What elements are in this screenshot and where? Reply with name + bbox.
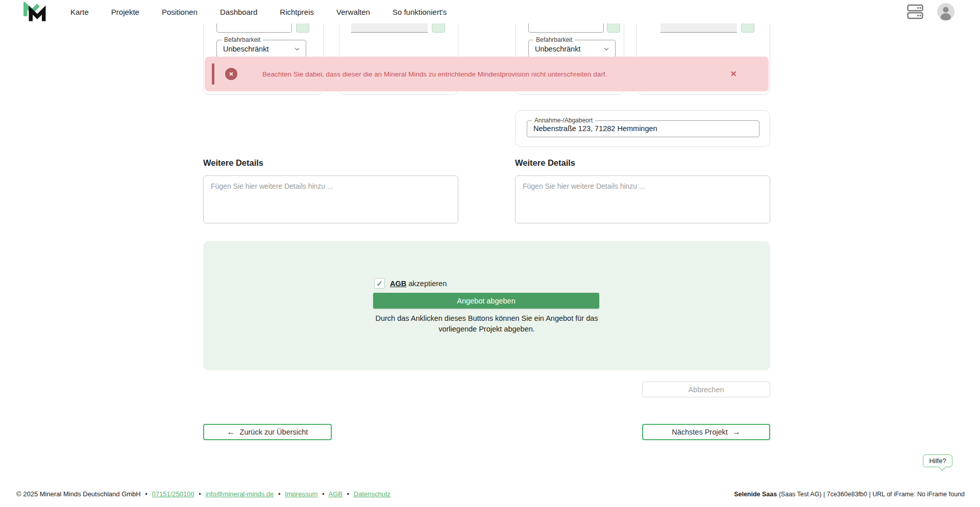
back-to-overview-button[interactable]: ← Zurück zur Übersicht <box>203 424 332 440</box>
help-label: Hilfe? <box>929 457 946 465</box>
nav-links: Karte Projekte Positionen Dashboard Rich… <box>70 0 447 23</box>
details-heading-right: Weitere Details <box>515 158 575 168</box>
details-textarea-right[interactable] <box>515 175 770 223</box>
footer-agb-link[interactable]: AGB <box>329 490 342 498</box>
chevron-down-icon <box>603 45 610 53</box>
footer-separator: • <box>199 490 201 498</box>
offer-caption-line2: vorliegende Projekt abgeben. <box>203 324 770 335</box>
footer-separator: • <box>347 490 350 498</box>
nav-item-richtpreis[interactable]: Richtpreis <box>280 8 314 16</box>
nav-item-so-funktionierts[interactable]: So funktioniert's <box>393 8 447 16</box>
nav-item-dashboard[interactable]: Dashboard <box>220 8 257 16</box>
footer-impressum-link[interactable]: Impressum <box>285 490 317 498</box>
nav-right <box>906 0 954 23</box>
befahrbarkeit-select-right[interactable]: Befahrbarkeit Unbeschränkt <box>528 40 616 58</box>
footer-email-link[interactable]: info@mineral-minds.de <box>205 490 274 498</box>
alert-accent-bar <box>212 63 214 85</box>
footer-left: © 2025 Mineral Minds Deutschland GmbH • … <box>16 490 390 498</box>
cancel-button[interactable]: Abbrechen <box>642 382 770 397</box>
user-avatar-icon[interactable] <box>937 3 954 20</box>
arrow-left-icon: ← <box>227 427 235 437</box>
details-textarea-left[interactable] <box>203 175 458 223</box>
error-alert: ✕ Beachten Sie dabei, dass dieser die an… <box>205 57 769 91</box>
agb-checkbox[interactable]: ✓ <box>374 278 385 289</box>
footer-separator: • <box>322 490 325 498</box>
details-heading-left: Weitere Details <box>203 158 263 168</box>
footer-app-name: Selenide Saas <box>734 491 777 498</box>
agb-label-text: akzeptieren <box>408 280 447 288</box>
arrow-right-icon: → <box>732 427 741 437</box>
mineral-minds-logo[interactable] <box>22 2 46 23</box>
footer-copyright: © 2025 Mineral Minds Deutschland GmbH <box>16 490 141 498</box>
befahrbarkeit-label: Befahrbarkeit <box>222 36 263 43</box>
footer-datenschutz-link[interactable]: Datenschutz <box>354 490 390 498</box>
next-button-label: Nächstes Projekt <box>672 428 728 436</box>
page: Befahrbarkeit Unbeschränkt Befahrbarkeit… <box>0 0 980 507</box>
pickup-location-label: Annahme-/Abgabeort <box>532 117 595 124</box>
befahrbarkeit-value: Unbeschränkt <box>535 45 603 53</box>
footer-phone-link[interactable]: 07151/250100 <box>152 490 194 498</box>
offer-caption: Durch das Anklicken dieses Buttons könne… <box>203 313 770 335</box>
befahrbarkeit-value: Unbeschränkt <box>223 45 293 53</box>
footer-environment-info: Selenide Saas (Saas Test AG) | 7ce360e83… <box>734 491 965 498</box>
check-icon: ✓ <box>376 279 383 288</box>
befahrbarkeit-select-left[interactable]: Befahrbarkeit Unbeschränkt <box>216 40 306 58</box>
agb-label: AGB akzeptieren <box>390 280 447 288</box>
server-icon[interactable] <box>906 4 924 19</box>
chevron-down-icon <box>293 45 301 53</box>
offer-caption-line1: Durch das Anklicken dieses Buttons könne… <box>203 313 770 324</box>
alert-message: Beachten Sie dabei, dass dieser die an M… <box>262 57 607 91</box>
top-navigation-bar: Karte Projekte Positionen Dashboard Rich… <box>0 0 980 23</box>
nav-item-karte[interactable]: Karte <box>70 8 89 16</box>
back-button-label: Zurück zur Übersicht <box>240 428 308 436</box>
offer-panel: ✓ AGB akzeptieren Angebot abgeben Durch … <box>203 241 770 370</box>
next-project-button[interactable]: Nächstes Projekt → <box>642 424 770 440</box>
footer-separator: • <box>145 490 148 498</box>
submit-offer-button[interactable]: Angebot abgeben <box>373 293 599 309</box>
error-circle-icon: ✕ <box>225 68 237 80</box>
agb-row: ✓ AGB akzeptieren <box>374 278 447 289</box>
befahrbarkeit-label: Befahrbarkeit <box>533 36 575 43</box>
close-icon[interactable]: ✕ <box>729 69 738 79</box>
nav-item-verwalten[interactable]: Verwalten <box>336 8 370 16</box>
nav-item-positionen[interactable]: Positionen <box>162 8 198 16</box>
footer-app-info: (Saas Test AG) | 7ce360e83fb0 | URL of i… <box>779 491 965 498</box>
pickup-location-card: Annahme-/Abgabeort Nebenstraße 123, 7128… <box>515 110 770 147</box>
help-bubble-tail <box>939 464 946 471</box>
help-bubble[interactable]: Hilfe? <box>923 454 952 467</box>
agb-link[interactable]: AGB <box>390 280 406 288</box>
pickup-location-field[interactable]: Annahme-/Abgabeort Nebenstraße 123, 7128… <box>527 120 760 137</box>
nav-item-projekte[interactable]: Projekte <box>111 8 139 16</box>
footer-separator: • <box>278 490 281 498</box>
